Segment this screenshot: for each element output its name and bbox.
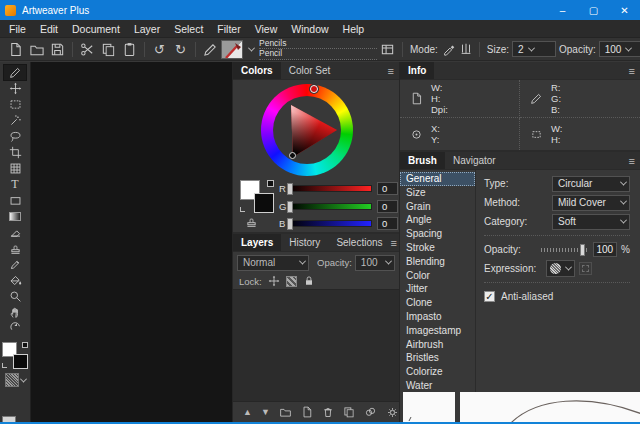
new-layer-icon[interactable]: [301, 406, 313, 418]
move-layer-down-icon[interactable]: ▼: [261, 407, 270, 417]
tab-colors[interactable]: Colors: [233, 62, 281, 79]
background-color-swatch[interactable]: [13, 354, 28, 369]
blue-slider-thumb[interactable]: [287, 218, 293, 230]
layer-settings-icon[interactable]: [386, 406, 399, 419]
brush-preset-label[interactable]: Pencils Pencil: [259, 39, 377, 60]
tab-info[interactable]: Info: [400, 62, 434, 79]
lock-all-icon[interactable]: [303, 275, 315, 287]
brush-category-jitter[interactable]: Jitter: [400, 282, 475, 296]
menu-filter[interactable]: Filter: [210, 20, 247, 38]
brush-category-airbrush[interactable]: Airbrush: [400, 338, 475, 352]
brush-opacity-slider[interactable]: [541, 248, 587, 252]
lock-position-icon[interactable]: [268, 275, 280, 287]
duplicate-layer-icon[interactable]: [343, 406, 355, 418]
shape-tool[interactable]: [4, 193, 26, 208]
color-wheel[interactable]: [261, 84, 353, 176]
paint-mode-icon[interactable]: [441, 40, 458, 58]
tab-brush[interactable]: Brush: [400, 152, 445, 169]
panel-color-swatches[interactable]: [240, 180, 274, 213]
delete-layer-icon[interactable]: [322, 406, 334, 418]
copy-icon[interactable]: [98, 40, 119, 58]
brush-category-imagestamp[interactable]: Imagestamp: [400, 324, 475, 338]
fill-bucket-tool[interactable]: [4, 273, 26, 288]
erase-mode-icon[interactable]: [458, 40, 475, 58]
menu-help[interactable]: Help: [336, 20, 372, 38]
value-marker[interactable]: [289, 152, 296, 159]
tab-selections[interactable]: Selections: [328, 234, 390, 251]
crop-tool[interactable]: [4, 145, 26, 160]
tab-layers[interactable]: Layers: [233, 234, 281, 251]
brush-category-spacing[interactable]: Spacing: [400, 227, 475, 241]
brush-category-blending[interactable]: Blending: [400, 255, 475, 269]
cut-icon[interactable]: [77, 40, 98, 58]
brush-opacity-value[interactable]: 100: [593, 242, 617, 257]
background-color-swatch[interactable]: [254, 193, 274, 213]
move-layer-up-icon[interactable]: ▲: [243, 407, 252, 417]
red-value[interactable]: 0: [377, 182, 398, 195]
menu-document[interactable]: Document: [65, 20, 127, 38]
reset-colors-icon[interactable]: [2, 363, 7, 368]
opacity-select[interactable]: 100: [599, 41, 640, 57]
brush-category-bristles[interactable]: Bristles: [400, 351, 475, 365]
brush-preset-preview[interactable]: [221, 40, 243, 59]
clone-stamp-tool[interactable]: [4, 241, 26, 256]
brush-category-size[interactable]: Size: [400, 186, 475, 200]
brush-preset-chevron-icon[interactable]: [243, 40, 255, 58]
brush-category-stroke[interactable]: Stroke: [400, 241, 475, 255]
brush-subcategory-select[interactable]: Soft: [552, 214, 630, 230]
redo-icon[interactable]: ↻: [170, 40, 191, 58]
hand-tool[interactable]: [4, 305, 26, 320]
paste-icon[interactable]: [119, 40, 140, 58]
color-swatches[interactable]: [2, 342, 28, 369]
blue-slider[interactable]: [288, 220, 372, 227]
brush-category-angle[interactable]: Angle: [400, 213, 475, 227]
magic-wand-tool[interactable]: [4, 113, 26, 128]
red-slider-thumb[interactable]: [287, 183, 293, 195]
swap-colors-icon[interactable]: [267, 180, 274, 187]
menu-file[interactable]: File: [2, 20, 33, 38]
blend-mode-select[interactable]: Normal: [237, 255, 309, 271]
expression-settings-button[interactable]: [579, 262, 592, 275]
brush-category-water[interactable]: Water: [400, 379, 475, 393]
panel-menu-icon[interactable]: ≡: [388, 62, 399, 79]
brush-type-select[interactable]: Circular: [552, 176, 630, 192]
hue-marker[interactable]: [310, 85, 318, 93]
menu-edit[interactable]: Edit: [33, 20, 65, 38]
panel-menu-icon[interactable]: ≡: [629, 152, 640, 169]
expression-select[interactable]: [546, 260, 575, 277]
move-tool[interactable]: [4, 81, 26, 96]
minimize-button[interactable]: –: [547, 0, 578, 20]
tab-color-set[interactable]: Color Set: [281, 62, 339, 79]
brush-opacity-thumb[interactable]: [580, 244, 585, 256]
lock-transparency-icon[interactable]: [286, 276, 297, 287]
blue-value[interactable]: 0: [377, 217, 398, 230]
new-document-icon[interactable]: [5, 40, 26, 58]
brush-category-clone[interactable]: Clone: [400, 296, 475, 310]
menu-select[interactable]: Select: [167, 20, 210, 38]
menu-window[interactable]: Window: [284, 20, 335, 38]
layer-list[interactable]: [233, 289, 399, 402]
gradient-tool[interactable]: [4, 209, 26, 224]
brush-editor-icon[interactable]: [200, 40, 221, 58]
pick-color-stamp-icon[interactable]: [245, 215, 258, 228]
brush-category-grain[interactable]: Grain: [400, 200, 475, 214]
palette-grid-icon[interactable]: [377, 40, 398, 58]
rotate-canvas-tool[interactable]: [4, 321, 26, 336]
menu-layer[interactable]: Layer: [127, 20, 167, 38]
antialiased-checkbox[interactable]: ✓: [484, 291, 495, 302]
eraser-tool[interactable]: [4, 225, 26, 240]
pencil-tool[interactable]: [4, 257, 26, 272]
brush-method-select[interactable]: Mild Cover: [552, 195, 630, 211]
tab-history[interactable]: History: [281, 234, 328, 251]
brush-category-impasto[interactable]: Impasto: [400, 310, 475, 324]
maximize-button[interactable]: ▢: [578, 0, 609, 20]
zoom-tool[interactable]: [4, 289, 26, 304]
green-slider-thumb[interactable]: [287, 201, 293, 213]
layer-effects-icon[interactable]: [364, 406, 377, 418]
mosaic-tool[interactable]: [4, 161, 26, 176]
layer-opacity-select[interactable]: 100: [355, 255, 395, 271]
undo-icon[interactable]: ↺: [149, 40, 170, 58]
swap-colors-icon[interactable]: [22, 342, 28, 348]
red-slider[interactable]: [288, 185, 372, 192]
brush-tool[interactable]: [4, 65, 26, 80]
